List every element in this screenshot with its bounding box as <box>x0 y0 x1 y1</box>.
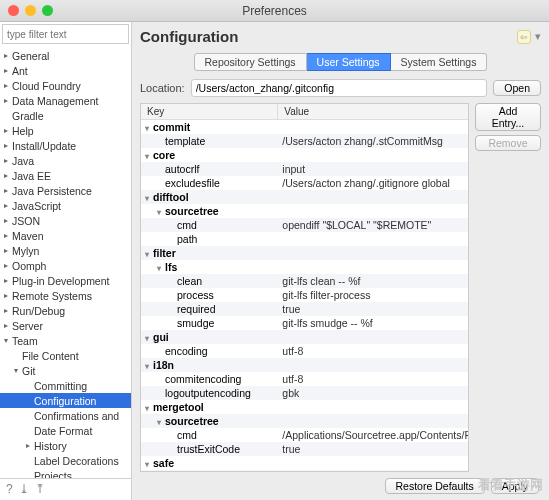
sidebar-item-java-persistence[interactable]: ▸Java Persistence <box>0 183 131 198</box>
filter-input[interactable] <box>2 24 129 44</box>
table-row[interactable]: commitencodingutf-8 <box>141 372 468 386</box>
preferences-window: Preferences ▸General▸Ant▸Cloud Foundry▸D… <box>0 0 549 500</box>
titlebar: Preferences <box>0 0 549 22</box>
table-row[interactable]: ▾sourcetree <box>141 414 468 428</box>
sidebar-item-run-debug[interactable]: ▸Run/Debug <box>0 303 131 318</box>
sidebar-item-java-ee[interactable]: ▸Java EE <box>0 168 131 183</box>
back-forward-icon[interactable]: ⇦ <box>517 30 531 44</box>
table-row[interactable]: ▾mergetool <box>141 400 468 414</box>
sidebar-item-cloud-foundry[interactable]: ▸Cloud Foundry <box>0 78 131 93</box>
sidebar-item-label-decorations[interactable]: Label Decorations <box>0 453 131 468</box>
window-title: Preferences <box>0 4 549 18</box>
sidebar-item-ant[interactable]: ▸Ant <box>0 63 131 78</box>
tab-repository-settings[interactable]: Repository Settings <box>194 53 307 71</box>
remove-button: Remove <box>475 135 541 151</box>
apply-button[interactable]: Apply <box>491 478 539 494</box>
sidebar-item-configuration[interactable]: Configuration <box>0 393 131 408</box>
tab-user-settings[interactable]: User Settings <box>307 53 391 71</box>
table-row[interactable]: cmdopendiff "$LOCAL" "$REMOTE" <box>141 218 468 232</box>
toolbar-actions: ⇦ ▾ <box>517 30 541 44</box>
open-button[interactable]: Open <box>493 80 541 96</box>
sidebar-item-maven[interactable]: ▸Maven <box>0 228 131 243</box>
table-row[interactable]: ▾difftool <box>141 190 468 204</box>
sidebar-item-install-update[interactable]: ▸Install/Update <box>0 138 131 153</box>
table-row[interactable]: autocrlfinput <box>141 162 468 176</box>
table-row[interactable]: requiredtrue <box>141 302 468 316</box>
sidebar-footer: ? ⤓ ⤒ <box>0 478 131 500</box>
sidebar-item-git[interactable]: ▾Git <box>0 363 131 378</box>
table-row[interactable]: trustExitCodetrue <box>141 442 468 456</box>
table-row[interactable]: processgit-lfs filter-process <box>141 288 468 302</box>
table-row[interactable]: ▾safe <box>141 456 468 470</box>
table-row[interactable]: logoutputencodinggbk <box>141 386 468 400</box>
sidebar-item-confirmations-and[interactable]: Confirmations and <box>0 408 131 423</box>
sidebar-item-general[interactable]: ▸General <box>0 48 131 63</box>
sidebar-item-date-format[interactable]: Date Format <box>0 423 131 438</box>
table-row[interactable]: cmd/Applications/Sourcetree.app/Contents… <box>141 428 468 442</box>
table-row[interactable]: ▾commit <box>141 120 468 134</box>
table-row[interactable]: excludesfile/Users/acton zhang/.gitignor… <box>141 176 468 190</box>
sidebar-item-java[interactable]: ▸Java <box>0 153 131 168</box>
dropdown-icon[interactable]: ▾ <box>535 30 541 43</box>
tab-system-settings[interactable]: System Settings <box>391 53 488 71</box>
sidebar-item-committing[interactable]: Committing <box>0 378 131 393</box>
restore-defaults-button[interactable]: Restore Defaults <box>385 478 485 494</box>
main-panel: Configuration ⇦ ▾ Repository Settings Us… <box>132 22 549 500</box>
table-row[interactable]: path <box>141 232 468 246</box>
sidebar-item-history[interactable]: ▸History <box>0 438 131 453</box>
table-row[interactable]: ▾i18n <box>141 358 468 372</box>
sidebar-item-file-content[interactable]: File Content <box>0 348 131 363</box>
sidebar-item-help[interactable]: ▸Help <box>0 123 131 138</box>
table-row[interactable]: encodingutf-8 <box>141 344 468 358</box>
sidebar-item-team[interactable]: ▾Team <box>0 333 131 348</box>
preferences-sidebar: ▸General▸Ant▸Cloud Foundry▸Data Manageme… <box>0 22 132 500</box>
sidebar-item-javascript[interactable]: ▸JavaScript <box>0 198 131 213</box>
export-icon[interactable]: ⤒ <box>35 482 45 497</box>
table-row[interactable]: cleangit-lfs clean -- %f <box>141 274 468 288</box>
config-table[interactable]: Key Value ▾committemplate/Users/acton zh… <box>140 103 469 472</box>
table-row[interactable]: ▾gui <box>141 330 468 344</box>
add-entry-button[interactable]: Add Entry... <box>475 103 541 131</box>
help-icon[interactable]: ? <box>6 482 13 497</box>
location-input[interactable] <box>191 79 488 97</box>
col-key[interactable]: Key <box>141 104 278 119</box>
col-value[interactable]: Value <box>278 104 468 119</box>
table-row[interactable]: directory/usr/local/Homebrew/Library/Tap… <box>141 470 468 471</box>
sidebar-item-server[interactable]: ▸Server <box>0 318 131 333</box>
sidebar-item-plug-in-development[interactable]: ▸Plug-in Development <box>0 273 131 288</box>
settings-tabs: Repository Settings User Settings System… <box>140 53 541 71</box>
sidebar-item-projects[interactable]: Projects <box>0 468 131 478</box>
table-row[interactable]: ▾filter <box>141 246 468 260</box>
table-row[interactable]: ▾lfs <box>141 260 468 274</box>
preferences-tree[interactable]: ▸General▸Ant▸Cloud Foundry▸Data Manageme… <box>0 46 131 478</box>
sidebar-item-data-management[interactable]: ▸Data Management <box>0 93 131 108</box>
sidebar-item-gradle[interactable]: Gradle <box>0 108 131 123</box>
import-icon[interactable]: ⤓ <box>19 482 29 497</box>
sidebar-item-oomph[interactable]: ▸Oomph <box>0 258 131 273</box>
page-title: Configuration <box>140 28 238 45</box>
table-row[interactable]: ▾core <box>141 148 468 162</box>
sidebar-item-remote-systems[interactable]: ▸Remote Systems <box>0 288 131 303</box>
table-row[interactable]: ▾sourcetree <box>141 204 468 218</box>
table-row[interactable]: smudgegit-lfs smudge -- %f <box>141 316 468 330</box>
sidebar-item-json[interactable]: ▸JSON <box>0 213 131 228</box>
sidebar-item-mylyn[interactable]: ▸Mylyn <box>0 243 131 258</box>
table-row[interactable]: template/Users/acton zhang/.stCommitMsg <box>141 134 468 148</box>
location-label: Location: <box>140 82 185 94</box>
